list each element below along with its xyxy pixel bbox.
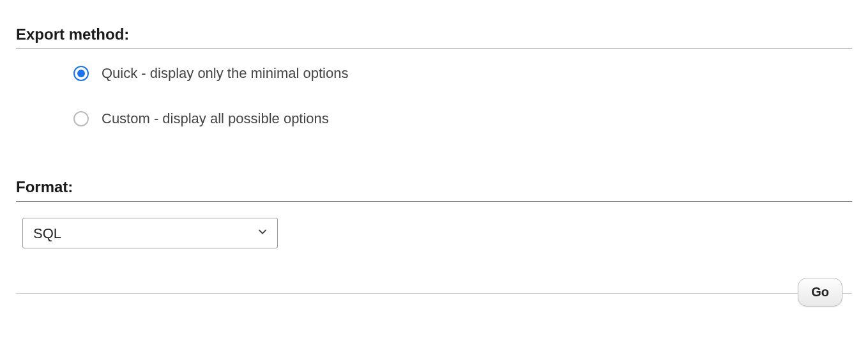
export-method-radio-group: Quick - display only the minimal options… [16, 65, 852, 153]
footer-row: Go [16, 293, 852, 328]
format-select[interactable]: SQL [22, 218, 278, 248]
format-select-wrap: SQL [22, 218, 278, 248]
radio-option-quick[interactable]: Quick - display only the minimal options [73, 65, 852, 82]
radio-button-custom[interactable] [73, 111, 89, 126]
export-method-heading: Export method: [16, 26, 852, 49]
go-button[interactable]: Go [798, 278, 842, 307]
radio-option-custom[interactable]: Custom - display all possible options [73, 110, 852, 127]
export-method-section: Export method: Quick - display only the … [16, 26, 852, 153]
radio-button-quick[interactable] [73, 66, 89, 81]
radio-label-custom: Custom - display all possible options [102, 110, 329, 127]
format-section: Format: SQL [16, 178, 852, 248]
format-heading: Format: [16, 178, 852, 202]
radio-dot-icon [77, 70, 85, 77]
radio-label-quick: Quick - display only the minimal options [102, 65, 348, 82]
